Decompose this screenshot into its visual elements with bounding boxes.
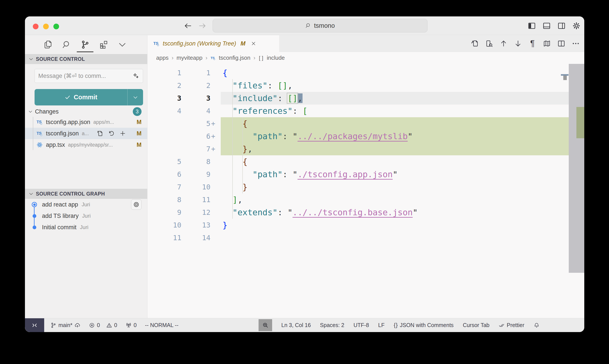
- breadcrumb-separator: ›: [206, 54, 207, 61]
- remote-indicator[interactable]: [25, 318, 44, 332]
- editor-scrollbar[interactable]: [569, 64, 584, 318]
- source-control-section-header[interactable]: SOURCE CONTROL: [25, 54, 147, 64]
- minimize-window-button[interactable]: [43, 24, 49, 29]
- screencast-zoom-indicator[interactable]: [259, 319, 272, 331]
- new-line-number: 11: [181, 193, 210, 206]
- commit-dropdown-button[interactable]: [127, 89, 143, 105]
- code-line[interactable]: 811 ],: [147, 193, 584, 206]
- scrollbar-slider[interactable]: [569, 64, 584, 273]
- code-line[interactable]: 710 }: [147, 181, 584, 193]
- code-line-text: {: [221, 155, 569, 168]
- code-line[interactable]: 58 {: [147, 155, 584, 168]
- forward-icon[interactable]: [198, 21, 207, 30]
- code-line[interactable]: 912 "extends": "../../tsconfig.base.json…: [147, 206, 584, 219]
- cursor-tab-item[interactable]: Cursor Tab: [463, 322, 490, 328]
- vim-mode-indicator[interactable]: -- NORMAL --: [145, 322, 179, 328]
- commit-action-button[interactable]: [131, 199, 142, 210]
- code-line[interactable]: 69 "path": "./tsconfig.app.json": [147, 168, 584, 181]
- ports-status-item[interactable]: 0: [126, 322, 137, 328]
- activity-item-chevron-down[interactable]: [117, 37, 128, 52]
- open-changes-icon[interactable]: [470, 39, 479, 48]
- modified-badge: M: [137, 130, 142, 137]
- tab-tsconfig-json[interactable]: TS tsconfig.json (Working Tree) M: [147, 35, 280, 52]
- scm-file-row[interactable]: app.tsxapps/myviteapp/sr...M: [25, 139, 147, 151]
- code-line[interactable]: 11{: [147, 66, 584, 79]
- commit-author: Juri: [80, 224, 89, 230]
- code-line-text: }: [221, 219, 569, 232]
- language-mode-item[interactable]: {} JSON with Comments: [394, 322, 454, 328]
- warning-count: 0: [114, 322, 117, 328]
- changes-label: Changes: [35, 108, 59, 115]
- overview-added-marker: [576, 107, 584, 138]
- breadcrumb-item[interactable]: include: [267, 54, 285, 61]
- code-line[interactable]: 5+ {: [147, 117, 584, 130]
- discard-icon[interactable]: [108, 130, 115, 137]
- activity-item-search[interactable]: [61, 37, 72, 52]
- breadcrumb-item[interactable]: apps: [156, 54, 168, 61]
- file-path: a...: [82, 130, 89, 136]
- back-icon[interactable]: [183, 21, 192, 30]
- cursor-position-item[interactable]: Ln 3, Col 16: [281, 322, 311, 328]
- layout-sidebar-right-icon[interactable]: [557, 21, 566, 30]
- file-path: apps/m...: [93, 119, 114, 125]
- map-icon[interactable]: [543, 39, 551, 48]
- pilcrow-icon[interactable]: ¶: [528, 39, 537, 48]
- notifications-item[interactable]: [533, 322, 540, 328]
- scm-file-row[interactable]: TStsconfig.jsona...M: [25, 128, 147, 139]
- commit-button[interactable]: Commit: [35, 89, 143, 105]
- close-window-button[interactable]: [33, 24, 39, 29]
- code-line[interactable]: 44 "references": [: [147, 104, 584, 117]
- code-line[interactable]: 6+ "path": "../../packages/mytslib": [147, 130, 584, 143]
- indentation-text: Spaces: 2: [320, 322, 344, 328]
- breadcrumb-item[interactable]: tsconfig.json: [219, 54, 250, 61]
- commit-button-main[interactable]: Commit: [35, 89, 127, 105]
- code-line-text: "path": "./tsconfig.app.json": [221, 168, 569, 181]
- diff-editor[interactable]: 11{22 "files": [],33 "include": [],44 "r…: [147, 64, 584, 318]
- ellipsis-icon[interactable]: [571, 39, 580, 48]
- eol-item[interactable]: LF: [378, 322, 385, 328]
- commit-message-input[interactable]: Message (⌘⏎ to comm...: [35, 69, 143, 83]
- inline-view-icon[interactable]: [485, 39, 493, 48]
- command-center-search[interactable]: tsmono: [213, 19, 428, 32]
- source-control-graph-header[interactable]: SOURCE CONTROL GRAPH: [25, 189, 147, 199]
- commit-author: Juri: [82, 213, 91, 219]
- scm-file-row[interactable]: TStsconfig.app.jsonapps/m...M: [25, 116, 147, 128]
- commit-row[interactable]: Initial commitJuri: [25, 221, 147, 233]
- file-path: apps/myviteapp/sr...: [68, 142, 113, 148]
- arrow-down-icon[interactable]: [514, 39, 522, 48]
- branch-status-item[interactable]: main*: [50, 322, 80, 328]
- arrow-up-icon[interactable]: [499, 39, 508, 48]
- activity-item-explorer[interactable]: [42, 37, 54, 52]
- changes-header[interactable]: Changes 3: [25, 107, 147, 116]
- layout-panel-icon[interactable]: [542, 21, 551, 30]
- old-line-number: 1: [147, 66, 181, 79]
- split-editor-icon[interactable]: [557, 39, 566, 48]
- sparkle-icon[interactable]: [132, 72, 139, 79]
- commit-row[interactable]: add react appJuri: [25, 199, 147, 210]
- zoom-window-button[interactable]: [53, 24, 59, 29]
- activity-item-source-control[interactable]: [79, 37, 91, 52]
- code-line[interactable]: 1013}: [147, 219, 584, 232]
- indentation-item[interactable]: Spaces: 2: [320, 322, 344, 328]
- gear-icon[interactable]: [572, 21, 581, 30]
- code-line[interactable]: 33 "include": [],: [147, 92, 584, 104]
- encoding-item[interactable]: UTF-8: [353, 322, 369, 328]
- close-icon: [251, 41, 256, 46]
- added-line-marker: [210, 181, 221, 193]
- code-line[interactable]: 22 "files": [],: [147, 79, 584, 92]
- layout-sidebar-left-icon[interactable]: [527, 21, 536, 30]
- code-line-text: [221, 232, 569, 244]
- breadcrumb-item[interactable]: myviteapp: [177, 54, 203, 61]
- code-line-text: {: [221, 66, 569, 79]
- commit-row[interactable]: add TS libraryJuri: [25, 210, 147, 221]
- formatter-item[interactable]: Prettier: [499, 322, 524, 328]
- tab-close-button[interactable]: [251, 41, 256, 46]
- code-line[interactable]: 1114: [147, 232, 584, 244]
- code-line[interactable]: 7+ },: [147, 143, 584, 155]
- stage-icon[interactable]: [119, 130, 126, 137]
- code-line-text: "path": "../../packages/mytslib": [221, 130, 569, 143]
- commit-node: [31, 224, 37, 230]
- activity-item-extensions[interactable]: [98, 37, 109, 52]
- problems-status-item[interactable]: 0 0: [89, 322, 117, 328]
- open-file-icon[interactable]: [96, 130, 104, 137]
